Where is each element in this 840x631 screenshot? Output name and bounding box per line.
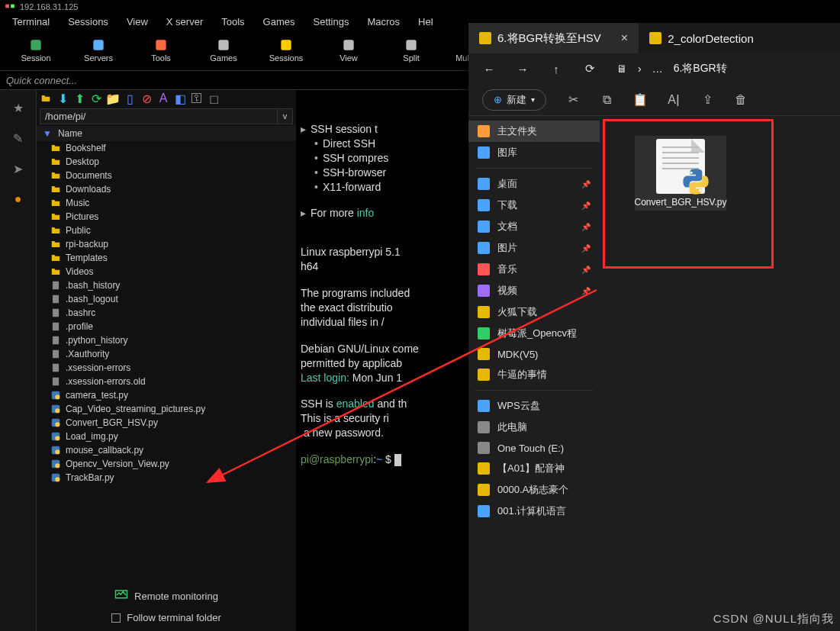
file-row[interactable]: TrackBar.py [37,471,296,485]
tools-icon[interactable]: Tools [142,32,180,67]
file-row[interactable]: rpi-backup [37,237,296,251]
sidebar-item[interactable]: WPS云盘 [468,395,600,417]
file-row[interactable]: Templates [37,251,296,265]
menu-terminal[interactable]: Terminal [12,16,50,27]
file-row[interactable]: Bookshelf [37,141,296,155]
file-row[interactable]: Music [37,196,296,210]
explorer-tab[interactable]: 6.将BGR转换至HSV× [468,23,639,53]
menu-tools[interactable]: Tools [221,16,244,27]
file-row[interactable]: Downloads [37,182,296,196]
menu-games[interactable]: Games [263,16,295,27]
close-icon[interactable]: × [621,31,628,45]
file-row[interactable]: .bash_logout [37,292,296,306]
split-icon[interactable]: Split [392,32,430,67]
sidebar-item[interactable]: 树莓派_Opencv程 [468,323,600,344]
explorer-tab[interactable]: 2_colorDetection [639,23,764,53]
sidebar-item[interactable]: MDK(V5) [468,344,600,364]
sidebar-item[interactable]: 001.计算机语言 [468,501,600,522]
trash-icon[interactable]: 🗑 [734,93,748,107]
sidebar-item[interactable]: 牛逼的事情 [468,364,600,385]
session-icon[interactable]: Session [17,32,55,67]
folder-icon[interactable] [40,92,52,105]
file-row[interactable]: Pictures [37,210,296,224]
refresh-icon[interactable]: ⟳ [90,92,102,105]
file-row[interactable]: .xsession-errors.old [37,375,296,388]
sidebar-item[interactable]: 下载📌 [468,195,600,216]
menu-view[interactable]: View [127,16,148,27]
back-button[interactable]: ← [482,63,496,76]
more-icon[interactable]: … [652,63,663,75]
file-row[interactable]: camera_test.py [37,388,296,402]
pick-icon[interactable]: ✎ [10,130,27,146]
file-row[interactable]: .bashrc [37,306,296,320]
cut-icon[interactable]: ✂ [566,93,580,107]
file-row[interactable]: .xsession-errors [37,361,296,375]
explorer-window: 6.将BGR转换至HSV×2_colorDetection ← → ↑ ⟳ 🖥 … [468,23,840,631]
chevron-down-icon: ▾ [531,95,535,104]
path-input[interactable] [40,108,278,124]
sidebar-item[interactable]: 文档📌 [468,216,600,237]
file-row[interactable]: Opencv_Version_View.py [37,457,296,471]
menu-sessions[interactable]: Sessions [68,16,108,27]
file-row[interactable]: .bash_history [37,278,296,292]
menu-hel[interactable]: Hel [418,16,433,27]
sidebar-item[interactable]: 此电脑 [468,417,600,438]
file-row[interactable]: Public [37,224,296,237]
font-icon[interactable]: A [157,92,169,105]
file-row[interactable]: mouse_callback.py [37,443,296,457]
servers-icon[interactable]: Servers [79,32,117,67]
view-icon[interactable]: View [330,32,368,67]
sidebar-item[interactable]: 【A01】配音神 [468,458,600,479]
globe-icon[interactable]: ● [10,191,27,208]
file-row[interactable]: .python_history [37,333,296,347]
hidden-icon[interactable]: ◻ [208,92,220,105]
menu-macros[interactable]: Macros [367,16,400,27]
file-row[interactable]: Load_img.py [37,430,296,443]
file-row[interactable]: Convert_BGR_HSV.py [37,416,296,430]
new-file-icon[interactable]: ▯ [124,92,136,105]
file-row[interactable]: Desktop [37,155,296,169]
sidebar-item[interactable]: 0000.A杨志豪个 [468,479,600,501]
lock-icon [478,484,490,496]
menu-settings[interactable]: Settings [314,16,349,27]
sidebar-item[interactable]: 音乐📌 [468,259,600,280]
file-row[interactable]: Documents [37,169,296,182]
paste-icon[interactable]: 📋 [633,93,647,107]
file-row[interactable]: Videos [37,265,296,278]
follow-terminal-checkbox[interactable]: Follow terminal folder [111,612,221,623]
star-icon[interactable]: Sessions [267,32,305,67]
path-dropdown[interactable]: v [278,108,293,124]
star-icon[interactable]: ★ [10,99,27,116]
file-row[interactable]: .profile [37,320,296,333]
refresh-button[interactable]: ⟳ [583,62,597,76]
sidebar-icon[interactable]: ◧ [174,92,186,105]
menu-x server[interactable]: X server [166,16,203,27]
upload-icon[interactable]: ⬆ [73,92,85,105]
breadcrumb-current[interactable]: 6.将BGR转 [674,62,727,76]
new-folder-icon[interactable]: 📁 [107,92,119,105]
download-icon[interactable]: ⬇ [56,92,69,105]
delete-icon[interactable]: ⊘ [140,92,153,105]
file-header[interactable]: ▼ Name [37,126,296,141]
up-button[interactable]: ↑ [549,63,563,76]
sidebar-item[interactable]: One Touch (E:) [468,438,600,458]
file-row[interactable]: .Xauthority [37,347,296,361]
key-icon[interactable]: ⚿ [191,92,203,105]
sidebar-item[interactable]: 图片📌 [468,237,600,259]
sidebar-item[interactable]: 视频📌 [468,280,600,301]
sidebar-item[interactable]: 火狐下载 [468,301,600,323]
sidebar-item[interactable]: 图库 [468,142,600,163]
file-row[interactable]: Cap_Video_streaming_pictures.py [37,402,296,416]
games-icon[interactable]: Games [204,32,243,67]
rename-icon[interactable]: Aǀ [667,93,681,107]
share-icon[interactable]: ⇪ [700,93,714,107]
forward-button[interactable]: → [516,63,529,76]
file-item[interactable]: Convert_BGR_HSV.py [635,136,726,211]
svg-rect-17 [53,350,59,359]
sidebar-item[interactable]: 桌面📌 [468,173,600,195]
new-button[interactable]: ⊕ 新建 ▾ [482,89,546,111]
sidebar-item[interactable]: 主文件夹 [468,121,600,142]
copy-icon[interactable]: ⧉ [600,93,613,107]
send-icon[interactable]: ➤ [10,160,27,177]
remote-monitoring-button[interactable]: Remote monitoring [114,588,218,604]
